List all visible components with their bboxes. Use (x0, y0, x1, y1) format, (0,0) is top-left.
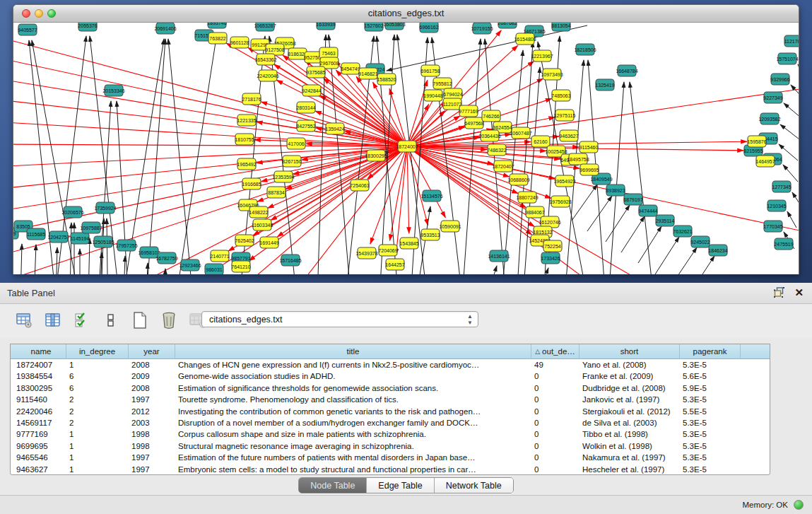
graph-node[interactable]: 986031 (205, 264, 223, 274)
graph-node[interactable]: 1770345 (763, 221, 782, 232)
network-window-titlebar[interactable]: citations_edges.txt (13, 5, 799, 23)
graph-node[interactable]: 9242844 (302, 85, 321, 96)
graph-node[interactable]: 16053803 (383, 23, 405, 30)
graph-node[interactable]: 7625402 (235, 235, 254, 246)
graph-node[interactable]: 18218506 (574, 44, 596, 55)
table-settings-icon[interactable] (14, 310, 34, 331)
column-header-out_de[interactable]: △out_de… (531, 344, 579, 358)
graph-node[interactable]: 12093582 (758, 113, 780, 124)
graph-node[interactable]: 1893746 (207, 23, 226, 28)
graph-node[interactable]: 1733426 (541, 252, 560, 264)
column-header-in_degree[interactable]: in_degree (66, 344, 129, 358)
graph-node[interactable]: 1527602 (364, 23, 383, 31)
select-columns-icon[interactable] (43, 310, 63, 331)
graph-node[interactable]: 1965492 (237, 158, 256, 170)
graph-node[interactable]: 18495758 (567, 153, 589, 165)
graph-node[interactable]: 7204069 (378, 245, 397, 256)
graph-node[interactable]: 18720407 (492, 160, 514, 172)
create-table-icon[interactable] (130, 310, 150, 331)
table-row[interactable]: 1872400712008Changes of HCN gene express… (11, 359, 770, 370)
table-row[interactable]: 946554611997Estimation of the future num… (11, 452, 770, 463)
graph-node[interactable]: 15439378 (355, 247, 377, 259)
graph-node[interactable]: 2718176 (242, 93, 261, 105)
graph-node[interactable]: 15751074 (776, 53, 798, 64)
graph-node[interactable]: 16543362 (254, 54, 276, 65)
graph-node[interactable]: 1464957 (755, 156, 775, 167)
tab-node-table[interactable]: Node Table (299, 478, 367, 493)
graph-node[interactable]: 15134576 (420, 190, 442, 201)
graph-node[interactable]: 2687682 (498, 23, 517, 28)
table-row[interactable]: 1938455462009Genome-wide association stu… (11, 370, 770, 382)
column-header-pagerank[interactable]: pagerank (680, 344, 741, 358)
table-row[interactable]: 946362711997Embryonic stem cells: a mode… (11, 464, 770, 475)
network-svg[interactable]: 1872400794055772055376206914061893746715… (13, 23, 799, 274)
graph-node[interactable]: 16154808 (514, 33, 536, 45)
graph-node[interactable]: 1498222 (249, 206, 268, 218)
graph-node[interactable]: 18724007 (396, 141, 418, 152)
table-row[interactable]: 1456911722003Disruption of a novel membe… (11, 417, 770, 428)
graph-node[interactable]: 20206576 (61, 206, 83, 218)
graph-node[interactable]: 7254063 (350, 180, 369, 191)
graph-node[interactable]: 1691449 (259, 237, 278, 248)
graph-node[interactable]: 9405577 (18, 24, 37, 35)
graph-node[interactable]: 11603348 (252, 219, 273, 230)
graph-node[interactable]: 9699695 (579, 164, 599, 175)
column-header-short[interactable]: short (579, 344, 680, 358)
graph-node[interactable]: 17957255 (115, 240, 137, 251)
table-row[interactable]: 1830029562008Estimation of significance … (11, 382, 770, 394)
network-canvas[interactable]: 1872400794055772055376206914061893746715… (13, 23, 799, 274)
graph-node[interactable]: 20691406 (154, 23, 176, 34)
table-row[interactable]: 969969511998Structural magnetic resonanc… (11, 440, 770, 452)
graph-node[interactable]: 6879197 (623, 194, 642, 205)
graph-node[interactable]: 2055376 (78, 23, 97, 31)
graph-node[interactable]: 9474444 (638, 205, 657, 216)
graph-node[interactable]: 12213967 (531, 50, 553, 62)
graph-node[interactable]: 2935114 (656, 215, 675, 226)
graph-node[interactable]: 12042757 (47, 231, 69, 243)
graph-node[interactable]: 1543845 (399, 238, 418, 249)
graph-node[interactable]: 7632621 (673, 226, 692, 237)
graph-node[interactable]: 1221335 (237, 115, 256, 126)
graph-node[interactable]: 10975887 (80, 222, 102, 233)
graph-node[interactable]: 19654923 (553, 175, 575, 187)
graph-node[interactable]: 22420046 (257, 70, 278, 81)
table-row[interactable]: 2242004622012Investigating the contribut… (11, 406, 770, 417)
close-panel-icon[interactable]: ✕ (794, 288, 804, 298)
graph-node[interactable]: 1115685 (27, 228, 45, 240)
graph-node[interactable]: 1810755 (235, 134, 254, 145)
graph-node[interactable]: 9146821 (358, 68, 377, 79)
graph-node[interactable]: 8454749 (341, 63, 360, 74)
graph-node[interactable]: 8813054 (551, 23, 570, 31)
graph-node[interactable]: 9601128 (230, 37, 249, 48)
graph-node[interactable]: 9533513 (420, 229, 440, 240)
column-header-title[interactable]: title (175, 344, 531, 358)
row-height-icon[interactable] (101, 310, 121, 331)
float-window-icon[interactable] (774, 287, 784, 298)
graph-node[interactable]: 10590091 (439, 221, 461, 232)
tab-network-table[interactable]: Network Table (435, 478, 513, 493)
graph-node[interactable]: 19756928 (549, 196, 571, 207)
graph-node[interactable]: 12353594 (272, 171, 294, 182)
graph-node[interactable]: 16648784 (616, 65, 637, 76)
graph-node[interactable]: 1588520 (377, 74, 396, 85)
graph-node[interactable]: 9884067 (525, 206, 544, 218)
graph-node[interactable]: 62160 (531, 136, 550, 147)
graph-node[interactable]: 2803144 (296, 102, 315, 113)
graph-node[interactable]: 7955812 (433, 78, 452, 89)
graph-node[interactable]: 1595876 (747, 136, 766, 147)
graph-node[interactable]: 1210345 (767, 200, 786, 211)
graph-node[interactable]: 9329966 (770, 74, 789, 85)
column-header-name[interactable]: name (11, 344, 66, 358)
graph-node[interactable]: 20153346 (102, 85, 124, 96)
graph-node[interactable]: 10973493 (541, 69, 563, 80)
graph-node[interactable]: 1916685 (242, 178, 261, 189)
graph-node[interactable]: 8267150 (282, 156, 301, 167)
graph-node[interactable]: 9245022 (690, 236, 710, 247)
graph-node[interactable]: 15716485 (279, 255, 301, 266)
graph-node[interactable]: 12923466 (179, 259, 201, 271)
graph-node[interactable]: 1121763 (784, 35, 799, 47)
graph-node[interactable]: 887834 (267, 187, 286, 198)
graph-node[interactable]: 417006 (287, 138, 305, 149)
graph-node[interactable]: 7485063 (551, 90, 570, 101)
column-header-year[interactable]: year (129, 344, 175, 358)
